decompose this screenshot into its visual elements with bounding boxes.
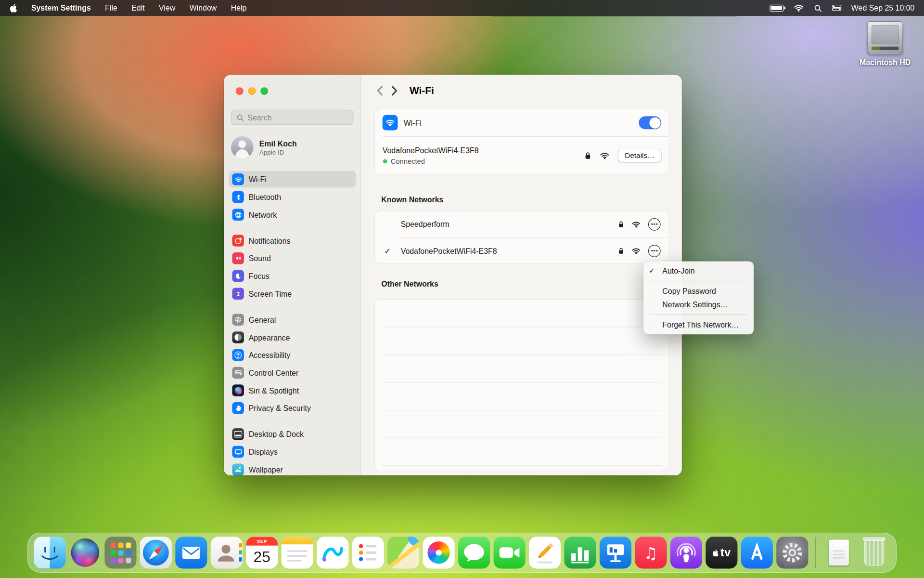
- menu-divider: [650, 315, 747, 315]
- wifi-signal-icon: [632, 221, 641, 228]
- dock-mail-icon[interactable]: [175, 537, 207, 568]
- sidebar-nav: Wi-Fi Bluetooth Network Notifications: [229, 171, 356, 475]
- dock-contacts-icon[interactable]: [211, 537, 243, 568]
- menu-item-copy-password[interactable]: Copy Password: [646, 284, 751, 298]
- sidebar-item-label: Control Center: [249, 368, 299, 377]
- menu-item-forget-network[interactable]: Forget This Network…: [646, 318, 751, 331]
- dock-app-store-icon[interactable]: [741, 537, 773, 568]
- sidebar-item-sound[interactable]: Sound: [229, 250, 356, 266]
- dock-podcasts-icon[interactable]: [670, 537, 702, 568]
- music-note-glyph: ♫: [644, 545, 658, 561]
- menu-file[interactable]: File: [105, 3, 117, 12]
- profile-name: Emil Koch: [259, 139, 297, 149]
- dock-documents-stack-icon[interactable]: [823, 537, 855, 568]
- battery-icon[interactable]: [770, 4, 783, 12]
- apple-id-profile[interactable]: Emil Koch Apple ID: [231, 134, 354, 161]
- dock-trash-icon[interactable]: [858, 537, 890, 568]
- menu-item-auto-join[interactable]: ✓ Auto-Join: [646, 264, 751, 278]
- page-title: Wi-Fi: [410, 85, 434, 96]
- known-network-row[interactable]: Speedperform: [375, 211, 669, 237]
- control-center-icon[interactable]: [832, 5, 841, 11]
- more-options-button[interactable]: [648, 245, 661, 257]
- dock-keynote-icon[interactable]: [600, 537, 631, 568]
- menu-edit[interactable]: Edit: [131, 3, 144, 12]
- lock-icon: [618, 247, 624, 255]
- sidebar-item-desktop-dock[interactable]: Desktop & Dock: [229, 426, 356, 442]
- dock-calendar-icon[interactable]: SEP 25: [246, 537, 278, 568]
- dock-pages-icon[interactable]: [529, 537, 561, 568]
- search-input[interactable]: [247, 113, 348, 121]
- dock-messages-icon[interactable]: [458, 537, 490, 568]
- lock-icon: [618, 220, 624, 228]
- sidebar-item-appearance[interactable]: Appearance: [229, 329, 356, 345]
- dock-finder-icon[interactable]: [34, 537, 65, 568]
- dock-siri-icon[interactable]: [69, 537, 101, 568]
- sidebar-item-accessibility[interactable]: Accessibility: [229, 347, 356, 363]
- menu-view[interactable]: View: [159, 3, 175, 12]
- menu-bar: System Settings File Edit View Window He…: [0, 0, 924, 16]
- dock-safari-icon[interactable]: [140, 537, 172, 568]
- dock-photos-icon[interactable]: [423, 537, 455, 568]
- sidebar-item-displays[interactable]: Displays: [229, 444, 356, 460]
- menu-bar-clock[interactable]: Wed Sep 25 10:00: [851, 3, 915, 12]
- wifi-status-icon[interactable]: [794, 4, 804, 12]
- back-button[interactable]: [376, 86, 383, 96]
- dock-reminders-icon[interactable]: [352, 537, 384, 568]
- dock-tv-icon[interactable]: tv: [706, 537, 737, 568]
- sidebar-item-focus[interactable]: Focus: [229, 268, 356, 284]
- sidebar-item-wallpaper[interactable]: Wallpaper: [229, 461, 356, 475]
- dock-numbers-icon[interactable]: [564, 537, 596, 568]
- sidebar-item-siri-spotlight[interactable]: Siri & Spotlight: [229, 382, 356, 398]
- sidebar-item-screen-time[interactable]: Screen Time: [229, 286, 356, 302]
- empty-network-row: [382, 328, 662, 355]
- sidebar-item-control-center[interactable]: Control Center: [229, 365, 356, 381]
- hand-icon: [232, 402, 244, 414]
- sidebar-item-label: Wallpaper: [249, 465, 283, 474]
- dock-launchpad-icon[interactable]: [104, 537, 136, 568]
- wifi-toggle-switch[interactable]: [639, 116, 661, 129]
- globe-icon: [232, 209, 244, 220]
- sidebar-item-label: Privacy & Security: [249, 404, 311, 412]
- dock-freeform-icon[interactable]: [317, 537, 348, 568]
- minimize-button[interactable]: [248, 87, 256, 95]
- known-networks-card: Speedperform ✓ VodafonePocketWiFi4-E: [375, 211, 669, 263]
- forward-button[interactable]: [391, 86, 398, 96]
- sidebar-item-label: Notifications: [249, 236, 291, 245]
- close-button[interactable]: [236, 87, 244, 95]
- sidebar-item-label: Focus: [249, 272, 270, 280]
- control-center-settings-icon: [232, 367, 244, 379]
- sidebar-search[interactable]: [231, 110, 354, 125]
- zoom-button[interactable]: [260, 87, 268, 95]
- sidebar-item-wifi[interactable]: Wi-Fi: [229, 171, 356, 187]
- macintosh-hd-desktop-icon[interactable]: Macintosh HD: [857, 21, 913, 66]
- dock-facetime-icon[interactable]: [494, 537, 526, 568]
- sidebar-item-bluetooth[interactable]: Bluetooth: [229, 189, 356, 205]
- settings-sidebar: Emil Koch Apple ID Wi-Fi Bluetooth: [224, 75, 361, 475]
- hourglass-icon: [232, 288, 244, 300]
- more-options-button[interactable]: [648, 218, 661, 230]
- window-controls: [236, 87, 268, 95]
- system-settings-window: Emil Koch Apple ID Wi-Fi Bluetooth: [224, 75, 681, 475]
- wifi-main-card: Wi-Fi VodafonePocketWiFi4-E3F8 Connected: [375, 109, 669, 175]
- details-button[interactable]: Details…: [618, 149, 661, 162]
- calendar-month: SEP: [246, 537, 278, 545]
- dock-notes-icon[interactable]: [282, 537, 313, 568]
- wifi-toggle-row: Wi-Fi: [375, 109, 669, 136]
- spotlight-search-icon[interactable]: [813, 4, 821, 12]
- sidebar-item-notifications[interactable]: Notifications: [229, 232, 356, 249]
- sidebar-item-label: Displays: [249, 447, 278, 456]
- menu-app-name[interactable]: System Settings: [31, 3, 91, 12]
- dock-music-icon[interactable]: ♫: [635, 537, 667, 568]
- current-network-row[interactable]: VodafonePocketWiFi4-E3F8 Connected: [375, 137, 669, 174]
- sidebar-item-privacy-security[interactable]: Privacy & Security: [229, 400, 356, 416]
- apple-logo-icon[interactable]: [10, 3, 17, 13]
- menu-window[interactable]: Window: [190, 3, 217, 12]
- sidebar-item-network[interactable]: Network: [229, 207, 356, 223]
- menu-help[interactable]: Help: [231, 3, 247, 12]
- sidebar-item-general[interactable]: General: [229, 312, 356, 328]
- known-network-row[interactable]: ✓ VodafonePocketWiFi4-E3F8: [375, 237, 669, 263]
- dock-maps-icon[interactable]: [387, 537, 419, 568]
- dock-system-settings-icon[interactable]: [776, 537, 808, 568]
- menu-item-network-settings[interactable]: Network Settings…: [646, 298, 751, 311]
- desktop: System Settings File Edit View Window He…: [0, 0, 924, 578]
